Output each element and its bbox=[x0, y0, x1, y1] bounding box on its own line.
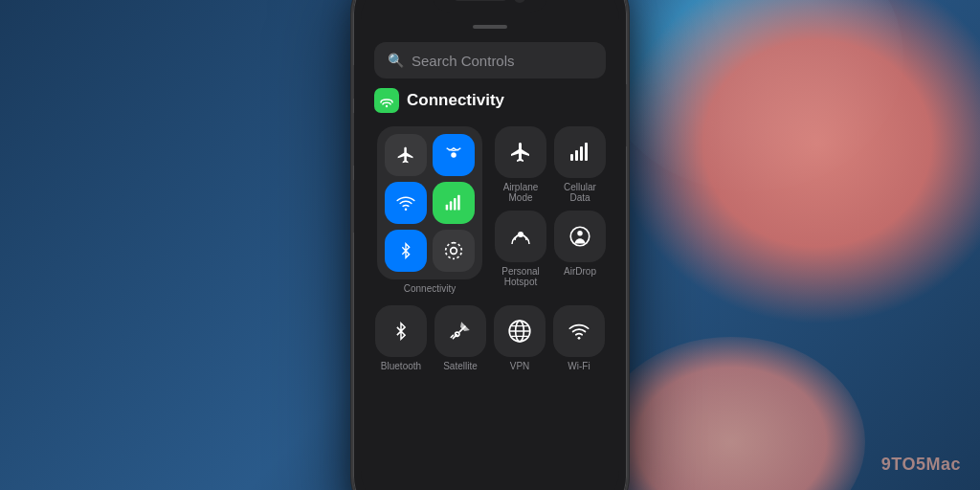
bluetooth-cluster-btn[interactable] bbox=[385, 230, 427, 272]
svg-point-0 bbox=[386, 105, 388, 107]
personal-hotspot-label: Personal Hotspot bbox=[495, 266, 546, 287]
cellular-data-btn[interactable] bbox=[554, 126, 606, 178]
airdrop-btn[interactable] bbox=[554, 211, 606, 262]
svg-rect-10 bbox=[580, 146, 583, 161]
connectivity-section-icon bbox=[374, 88, 399, 113]
mute-button bbox=[351, 65, 354, 99]
connectivity-cluster bbox=[377, 126, 482, 279]
section-title: Connectivity bbox=[407, 91, 504, 110]
vpn-label: VPN bbox=[510, 361, 530, 371]
svg-rect-4 bbox=[450, 201, 453, 210]
screen-content: 🔍 Search Controls Connectivity bbox=[361, 13, 619, 490]
volume-down-button bbox=[351, 180, 354, 233]
front-camera bbox=[514, 0, 525, 3]
svg-point-16 bbox=[455, 334, 457, 337]
bluetooth-btn[interactable] bbox=[375, 305, 427, 357]
airplane-mode-control: Airplane Mode bbox=[495, 126, 546, 203]
airdrop-cluster-btn[interactable] bbox=[433, 230, 475, 272]
wifi-label: Wi-Fi bbox=[568, 361, 590, 371]
personal-hotspot-btn[interactable] bbox=[495, 211, 546, 262]
drag-handle bbox=[473, 25, 507, 29]
svg-point-1 bbox=[451, 152, 457, 158]
power-button bbox=[626, 84, 629, 146]
cellular-data-label: Cellular Data bbox=[554, 182, 606, 203]
connectivity-cluster-wrapper: Connectivity bbox=[374, 126, 485, 294]
cellular-data-control: Cellular Data bbox=[554, 126, 606, 203]
section-header: Connectivity bbox=[374, 88, 606, 113]
svg-rect-9 bbox=[575, 150, 578, 161]
personal-hotspot-control: Personal Hotspot bbox=[495, 211, 546, 287]
dynamic-island bbox=[433, 0, 547, 13]
svg-point-22 bbox=[578, 337, 581, 340]
svg-rect-8 bbox=[570, 154, 573, 161]
wifi-hotspot-cluster-btn[interactable] bbox=[433, 134, 475, 176]
bottom-controls-row: Bluetooth bbox=[374, 305, 606, 371]
bluetooth-label: Bluetooth bbox=[381, 361, 421, 371]
airplane-mode-label: Airplane Mode bbox=[495, 182, 546, 203]
svg-rect-5 bbox=[454, 198, 457, 211]
cellular-cluster-btn[interactable] bbox=[433, 182, 475, 224]
svg-rect-6 bbox=[457, 195, 460, 211]
right-controls-row1: Airplane Mode bbox=[495, 126, 606, 203]
connectivity-cluster-label: Connectivity bbox=[404, 283, 456, 294]
phone-device: 🔍 Search Controls Connectivity bbox=[351, 0, 629, 490]
airdrop-label: AirDrop bbox=[564, 266, 596, 277]
right-controls: Airplane Mode bbox=[495, 126, 606, 294]
volume-up-button bbox=[351, 113, 354, 166]
bluetooth-control: Bluetooth bbox=[374, 305, 428, 371]
controls-grid: Connectivity A bbox=[374, 126, 606, 294]
airdrop-control: AirDrop bbox=[554, 211, 606, 287]
satellite-label: Satellite bbox=[443, 361, 478, 371]
svg-point-2 bbox=[405, 208, 408, 211]
phone-screen: 🔍 Search Controls Connectivity bbox=[361, 0, 619, 490]
search-bar[interactable]: 🔍 Search Controls bbox=[374, 42, 606, 78]
vpn-btn[interactable] bbox=[494, 305, 546, 357]
satellite-control: Satellite bbox=[434, 305, 487, 371]
svg-point-14 bbox=[577, 231, 582, 235]
wifi-control: Wi-Fi bbox=[552, 305, 606, 371]
search-placeholder: Search Controls bbox=[412, 53, 515, 69]
svg-rect-3 bbox=[446, 205, 449, 211]
vpn-control: VPN bbox=[493, 305, 546, 371]
svg-point-7 bbox=[451, 248, 457, 255]
phone-frame: 🔍 Search Controls Connectivity bbox=[351, 0, 629, 490]
wifi-cluster-btn[interactable] bbox=[385, 182, 427, 224]
svg-rect-11 bbox=[585, 143, 588, 161]
airplane-cluster-btn[interactable] bbox=[385, 134, 427, 176]
speaker-grille bbox=[455, 0, 506, 1]
wifi-btn[interactable] bbox=[553, 305, 605, 357]
airplane-mode-btn[interactable] bbox=[495, 126, 546, 178]
search-icon: 🔍 bbox=[388, 53, 404, 68]
satellite-btn[interactable] bbox=[434, 305, 486, 357]
watermark: 9TO5Mac bbox=[881, 455, 961, 475]
right-controls-row2: Personal Hotspot bbox=[495, 211, 606, 287]
